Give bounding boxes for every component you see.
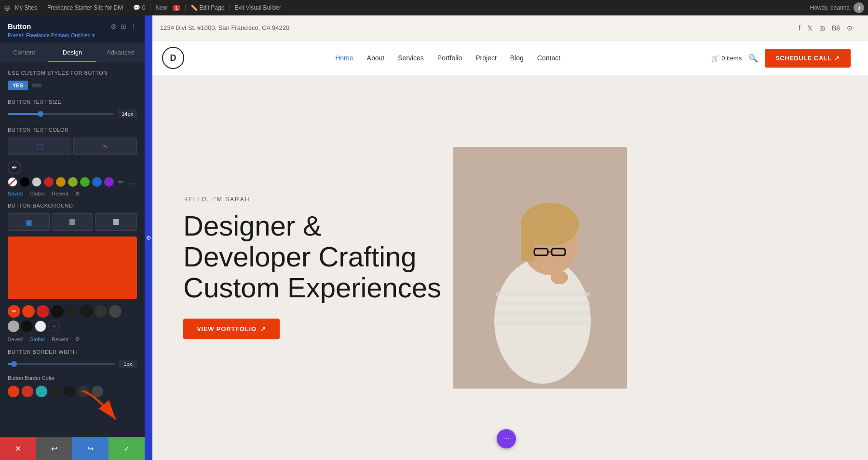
swatch-green[interactable] — [80, 177, 90, 187]
swatch2-tab-saved[interactable]: Saved — [8, 336, 23, 342]
swatch-transparent[interactable] — [8, 177, 17, 187]
toggle-yes-btn[interactable]: YES — [8, 81, 28, 90]
text-size-value[interactable]: 14px — [118, 110, 137, 118]
bg-color-icon: ▣ — [25, 218, 32, 227]
preset-dot-1[interactable] — [22, 305, 35, 318]
text-size-track[interactable] — [8, 113, 114, 115]
comments-icon[interactable]: 💬 0 — [133, 4, 145, 11]
panel-more-icon[interactable]: ⋮ — [130, 23, 137, 30]
behance-icon[interactable]: Bé — [832, 24, 840, 32]
color-pencil-btn[interactable]: ✏ — [8, 305, 20, 318]
search-icon[interactable]: 🔍 — [748, 54, 758, 63]
tab-design[interactable]: Design — [48, 44, 96, 62]
border-swatch-red2[interactable] — [22, 386, 33, 397]
new-link[interactable]: New — [155, 4, 167, 11]
swatch-tabs: Saved Global Recent ⚙ — [8, 191, 137, 197]
border-swatches — [8, 386, 137, 397]
swatch-lime[interactable] — [68, 177, 78, 187]
bg-color-input-2[interactable] — [52, 213, 94, 231]
site-address: 1234 Divi St. #1000, San Francisco, CA 9… — [160, 24, 289, 31]
tab-advanced[interactable]: Advanced — [96, 44, 145, 62]
panel-settings-icon[interactable]: ⚙ — [110, 23, 117, 30]
border-width-label: Button Border Width — [8, 349, 137, 355]
schedule-call-button[interactable]: SCHEDULE CALL ↗ — [765, 49, 851, 68]
bg-gradient-icon — [113, 219, 119, 225]
floating-dots-button[interactable]: ··· — [497, 429, 516, 448]
preset-dot-light[interactable] — [35, 321, 46, 332]
preset-dot-7[interactable] — [109, 305, 122, 318]
edit-page-link[interactable]: ✏️ Edit Page — [190, 4, 224, 11]
nav-link-portfolio[interactable]: Portfolio — [437, 54, 462, 62]
text-color-input-1[interactable]: ⬚ — [8, 138, 71, 155]
nav-link-project[interactable]: Project — [475, 54, 497, 62]
preset-dot-5[interactable] — [80, 305, 93, 318]
swatch-black[interactable] — [20, 177, 29, 187]
swatch-red[interactable] — [44, 177, 54, 187]
my-sites-link[interactable]: My Sites — [15, 4, 37, 11]
preset-dot-dark[interactable] — [21, 321, 33, 332]
instagram-icon[interactable]: ◎ — [819, 24, 825, 32]
border-swatch-red[interactable] — [8, 386, 19, 397]
border-width-thumb[interactable] — [11, 361, 17, 367]
eyedropper-btn[interactable]: ✒ — [8, 161, 21, 174]
bg-color-input-3[interactable] — [95, 213, 137, 231]
swatch-purple[interactable] — [104, 177, 114, 187]
schedule-call-label: SCHEDULE CALL — [775, 55, 831, 62]
border-width-track[interactable] — [8, 363, 115, 365]
wp-logo-icon[interactable]: ⊕ — [4, 3, 10, 13]
bg-color-input-1[interactable]: ▣ — [8, 213, 50, 231]
nav-link-contact[interactable]: Contact — [537, 54, 560, 62]
border-swatch-dark2[interactable] — [64, 386, 75, 397]
preset-dot-2[interactable] — [37, 305, 49, 318]
panel-columns-icon[interactable]: ⊞ — [121, 23, 126, 30]
undo-button[interactable]: ↩ — [36, 437, 72, 460]
big-color-swatch[interactable] — [8, 237, 137, 299]
preset-add-btn[interactable]: + — [48, 321, 60, 332]
text-color-label: Button Text Color — [8, 127, 137, 133]
text-size-thumb[interactable] — [38, 111, 43, 117]
swatch-yellow[interactable] — [56, 177, 66, 187]
border-swatch-dark[interactable] — [50, 386, 61, 397]
save-button[interactable]: ✓ — [108, 437, 145, 460]
site-nav: D Home About Services Portfolio Project … — [145, 41, 868, 75]
border-swatch-dark3[interactable] — [78, 386, 89, 397]
swatch2-settings-icon[interactable]: ⚙ — [75, 336, 80, 342]
preset-dot-4[interactable] — [66, 305, 78, 318]
swatch-white[interactable] — [32, 177, 41, 187]
text-size-label: Button Text Size — [8, 99, 137, 105]
nav-cart[interactable]: 🛒 0 items — [711, 55, 742, 62]
toggle-no-btn[interactable] — [32, 84, 41, 87]
swatch-settings-icon[interactable]: ⚙ — [75, 191, 80, 197]
tab-content[interactable]: Content — [0, 44, 48, 62]
site-name-link[interactable]: Freelance Starter Site for Divi — [47, 4, 123, 11]
left-panel: Button ⚙ ⊞ ⋮ Preset: Freelance Primary O… — [0, 15, 145, 460]
swatch-blue[interactable] — [92, 177, 102, 187]
swatch-tab-global[interactable]: Global — [29, 191, 45, 197]
dribbble-icon[interactable]: ⊙ — [847, 24, 853, 32]
nav-link-about[interactable]: About — [367, 54, 385, 62]
svg-rect-6 — [521, 222, 535, 261]
border-swatch-dark4[interactable] — [92, 386, 103, 397]
text-color-input-2[interactable]: ↖ — [73, 138, 137, 155]
exit-builder-link[interactable]: Exit Visual Builder — [234, 4, 281, 11]
view-portfolio-button[interactable]: VIEW PORTFOLIO ↗ — [183, 319, 280, 339]
swatch-tab-recent[interactable]: Recent — [52, 191, 68, 197]
cancel-button[interactable]: ✕ — [0, 437, 36, 460]
border-width-value[interactable]: 1px — [119, 360, 137, 368]
preset-dot-3[interactable] — [51, 305, 64, 318]
preset-dot-gray[interactable] — [8, 321, 19, 332]
facebook-icon[interactable]: f — [799, 24, 800, 32]
nav-link-home[interactable]: Home — [335, 54, 353, 62]
border-swatch-teal[interactable] — [36, 386, 47, 397]
redo-button[interactable]: ↪ — [72, 437, 108, 460]
pencil-edit-icon[interactable]: ✏ — [118, 178, 124, 186]
dots-icon[interactable]: … — [128, 178, 136, 186]
panel-preset[interactable]: Preset: Freelance Primary Outlined ▾ — [8, 32, 137, 39]
swatch2-tab-recent[interactable]: Recent — [52, 336, 68, 342]
nav-link-services[interactable]: Services — [398, 54, 424, 62]
nav-link-blog[interactable]: Blog — [510, 54, 524, 62]
preset-dot-6[interactable] — [95, 305, 107, 318]
twitter-icon[interactable]: 𝕏 — [807, 24, 813, 32]
swatch-tab-saved[interactable]: Saved — [8, 191, 23, 197]
swatch2-tab-global[interactable]: Global — [29, 336, 45, 342]
